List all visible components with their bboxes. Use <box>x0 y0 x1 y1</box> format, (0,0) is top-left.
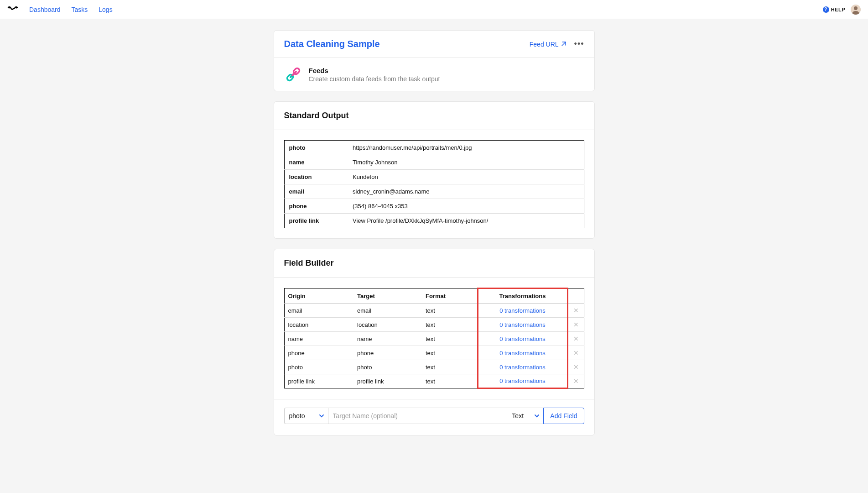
topbar: Dashboard Tasks Logs ? HELP <box>0 0 868 19</box>
cell-format: text <box>422 360 478 374</box>
output-value: View Profile /profile/DXkkJqSyMfA-timoth… <box>348 214 584 228</box>
cell-format: text <box>422 304 478 318</box>
transformations-link[interactable]: 0 transformations <box>499 378 545 384</box>
help-icon: ? <box>823 6 829 13</box>
col-header-format: Format <box>422 288 478 304</box>
table-row: phone(354) 864-4045 x353 <box>284 199 584 214</box>
feeds-text: Feeds Create custom data feeds from the … <box>309 67 440 83</box>
nav-tasks[interactable]: Tasks <box>72 6 88 13</box>
add-field-button[interactable]: Add Field <box>543 408 584 424</box>
feed-url-link[interactable]: Feed URL <box>530 41 566 48</box>
standard-output-title: Standard Output <box>274 102 594 130</box>
cell-transformations: 0 transformations <box>478 332 567 346</box>
table-row: namenametext0 transformations✕ <box>284 332 584 346</box>
col-header-delete <box>567 288 584 304</box>
cell-target: phone <box>353 346 422 360</box>
delete-row-button[interactable]: ✕ <box>573 321 579 328</box>
feeds-title: Feeds <box>309 67 440 74</box>
cell-target: photo <box>353 360 422 374</box>
transformations-link[interactable]: 0 transformations <box>499 350 545 357</box>
topbar-right: ? HELP <box>823 5 861 15</box>
cell-delete: ✕ <box>567 346 584 360</box>
cell-origin: photo <box>284 360 353 374</box>
table-row: nameTimothy Johnson <box>284 155 584 170</box>
header-card-header: Data Cleaning Sample Feed URL ••• <box>274 31 594 58</box>
format-select-value: Text <box>512 412 524 420</box>
header-actions: Feed URL ••• <box>530 39 584 49</box>
transformations-link[interactable]: 0 transformations <box>499 364 545 371</box>
cell-origin: phone <box>284 346 353 360</box>
nav-logs[interactable]: Logs <box>99 6 112 13</box>
transformations-link[interactable]: 0 transformations <box>499 307 545 314</box>
table-row: locationKundeton <box>284 170 584 184</box>
cell-origin: profile link <box>284 374 353 388</box>
help-label: HELP <box>831 7 845 12</box>
col-header-transformations: Transformations <box>478 288 567 304</box>
output-value: Timothy Johnson <box>348 155 584 170</box>
help-button[interactable]: ? HELP <box>823 6 845 13</box>
cell-format: text <box>422 374 478 388</box>
cell-target: location <box>353 318 422 332</box>
standard-output-card: Standard Output photohttps://randomuser.… <box>274 101 595 239</box>
link-chain-icon <box>284 65 302 84</box>
chevron-down-icon <box>319 413 324 419</box>
table-row: locationlocationtext0 transformations✕ <box>284 318 584 332</box>
table-row: phonephonetext0 transformations✕ <box>284 346 584 360</box>
output-value: sidney_cronin@adams.name <box>348 184 584 199</box>
chevron-down-icon <box>534 413 540 419</box>
feeds-row: Feeds Create custom data feeds from the … <box>274 58 594 91</box>
output-value: (354) 864-4045 x353 <box>348 199 584 214</box>
svg-point-3 <box>854 6 858 10</box>
field-builder-table: Origin Target Format Transformations ema… <box>284 288 584 389</box>
avatar[interactable] <box>851 5 861 15</box>
feeds-desc: Create custom data feeds from the task o… <box>309 75 440 83</box>
cell-origin: email <box>284 304 353 318</box>
cell-delete: ✕ <box>567 332 584 346</box>
task-title-link[interactable]: Data Cleaning Sample <box>284 39 380 49</box>
standard-output-table: photohttps://randomuser.me/api/portraits… <box>284 140 584 228</box>
cell-delete: ✕ <box>567 304 584 318</box>
output-value: https://randomuser.me/api/portraits/men/… <box>348 141 584 155</box>
output-key: photo <box>284 141 348 155</box>
transformations-link[interactable]: 0 transformations <box>499 321 545 328</box>
cell-origin: location <box>284 318 353 332</box>
table-row: profile linkView Profile /profile/DXkkJq… <box>284 214 584 228</box>
output-key: name <box>284 155 348 170</box>
cell-transformations: 0 transformations <box>478 374 567 388</box>
cell-delete: ✕ <box>567 360 584 374</box>
cell-transformations: 0 transformations <box>478 304 567 318</box>
origin-select-value: photo <box>289 412 305 420</box>
cell-transformations: 0 transformations <box>478 360 567 374</box>
feed-url-label: Feed URL <box>530 41 559 48</box>
delete-row-button[interactable]: ✕ <box>573 335 579 342</box>
header-card: Data Cleaning Sample Feed URL ••• <box>274 30 595 91</box>
output-key: profile link <box>284 214 348 228</box>
cell-format: text <box>422 318 478 332</box>
cell-transformations: 0 transformations <box>478 346 567 360</box>
output-key: phone <box>284 199 348 214</box>
logo-icon <box>7 6 18 13</box>
table-row: photohttps://randomuser.me/api/portraits… <box>284 141 584 155</box>
more-menu-button[interactable]: ••• <box>574 39 584 49</box>
svg-point-0 <box>8 7 10 8</box>
output-key: email <box>284 184 348 199</box>
target-name-input[interactable] <box>328 408 507 424</box>
cell-format: text <box>422 332 478 346</box>
cell-format: text <box>422 346 478 360</box>
delete-row-button[interactable]: ✕ <box>573 349 579 357</box>
table-row: emailemailtext0 transformations✕ <box>284 304 584 318</box>
format-select[interactable]: Text <box>507 408 543 424</box>
nav-dashboard[interactable]: Dashboard <box>29 6 61 13</box>
delete-row-button[interactable]: ✕ <box>573 378 579 385</box>
add-field-row: photo Text Add Field <box>274 399 594 435</box>
delete-row-button[interactable]: ✕ <box>573 307 579 314</box>
table-row: emailsidney_cronin@adams.name <box>284 184 584 199</box>
cell-delete: ✕ <box>567 374 584 388</box>
origin-select[interactable]: photo <box>284 408 328 424</box>
cell-transformations: 0 transformations <box>478 318 567 332</box>
cell-delete: ✕ <box>567 318 584 332</box>
delete-row-button[interactable]: ✕ <box>573 363 579 371</box>
transformations-link[interactable]: 0 transformations <box>499 336 545 342</box>
col-header-origin: Origin <box>284 288 353 304</box>
cell-target: email <box>353 304 422 318</box>
